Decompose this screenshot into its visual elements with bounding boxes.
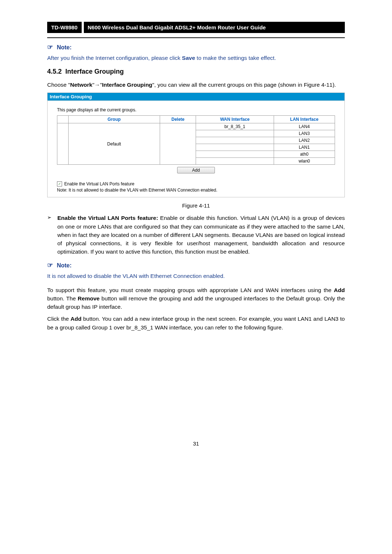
add-button[interactable]: Add: [177, 167, 215, 173]
col-lan-header: LAN Interface: [274, 116, 335, 123]
pointing-hand-icon: ☞: [47, 262, 53, 269]
wan-cell: [196, 144, 274, 151]
panel-description: This page displays all the current group…: [57, 107, 335, 112]
col-blank-header: [57, 116, 69, 123]
note-label: ☞ Note:: [47, 43, 345, 51]
pointing-hand-icon: ☞: [47, 44, 53, 51]
lan-cell: ath0: [274, 151, 335, 158]
lan-cell: LAN1: [274, 144, 335, 151]
doc-title: N600 Wireless Dual Band Gigabit ADSL2+ M…: [84, 22, 345, 33]
col-wan-header: WAN Interface: [196, 116, 274, 123]
vlan-note: Note: It is not allowed to disable the V…: [57, 188, 335, 193]
note-text: After you finish the Internet configurat…: [47, 55, 345, 61]
doc-model: TD-W8980: [47, 22, 82, 33]
vlan-label: Enable the Virtual LAN Ports feature: [64, 181, 134, 186]
group-name-cell: Default: [68, 123, 160, 165]
bullet-item: ➢ Enable the Virtual LAN Ports feature: …: [47, 214, 345, 256]
col-group-header: Group: [68, 116, 160, 123]
note-label: ☞ Note:: [47, 261, 345, 269]
bullet-marker-icon: ➢: [47, 214, 57, 256]
wan-cell: [196, 130, 274, 137]
delete-cell: [160, 123, 196, 165]
section-heading: 4.5.2 Interface Grouping: [47, 68, 345, 75]
wan-cell: [196, 158, 274, 165]
figure-caption: Figure 4-11: [47, 202, 345, 209]
interface-grouping-panel: Interface Grouping This page displays al…: [47, 93, 345, 197]
lan-cell: wlan0: [274, 158, 335, 165]
doc-header: TD-W8980 N600 Wireless Dual Band Gigabit…: [47, 22, 345, 33]
table-row: Default br_8_35_1 LAN4: [57, 123, 335, 130]
wan-cell: [196, 151, 274, 158]
groups-table: Group Delete WAN Interface LAN Interface…: [57, 115, 335, 165]
panel-title: Interface Grouping: [48, 93, 344, 100]
lan-cell: LAN3: [274, 130, 335, 137]
vlan-checkbox[interactable]: ✓: [57, 181, 62, 186]
wan-cell: [196, 137, 274, 144]
lan-cell: LAN4: [274, 123, 335, 130]
lan-cell: LAN2: [274, 137, 335, 144]
intro-paragraph: Choose "Network"→"Interface Grouping", y…: [47, 81, 345, 89]
body-paragraph: Click the Add button. You can add a new …: [47, 315, 345, 332]
note-text: It is not allowed to disable the VLAN wi…: [47, 273, 345, 279]
body-paragraph: To support this feature, you must create…: [47, 286, 345, 311]
wan-cell: br_8_35_1: [196, 123, 274, 130]
page-number: 31: [47, 440, 345, 457]
col-delete-header: Delete: [160, 116, 196, 123]
